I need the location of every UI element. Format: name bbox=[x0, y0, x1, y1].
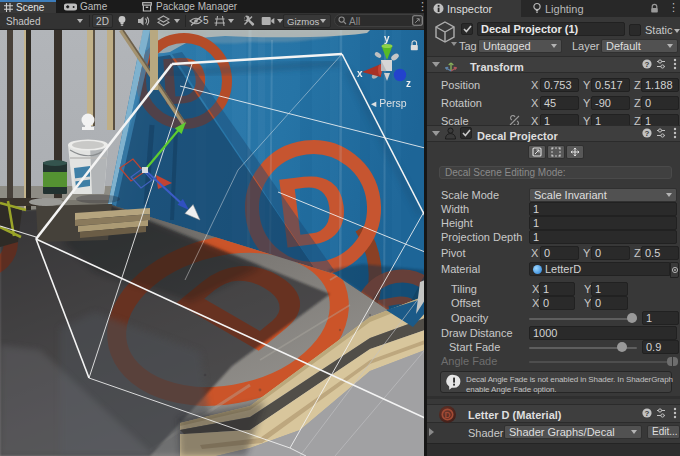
svg-text:?: ? bbox=[645, 60, 650, 69]
svg-text:y: y bbox=[384, 33, 390, 44]
svg-text:◂ Persp: ◂ Persp bbox=[371, 97, 407, 109]
svg-text:z: z bbox=[406, 78, 411, 89]
svg-text:?: ? bbox=[645, 129, 650, 138]
svg-text:x: x bbox=[357, 68, 363, 79]
svg-text:D: D bbox=[444, 410, 450, 420]
svg-text:?: ? bbox=[645, 409, 650, 418]
